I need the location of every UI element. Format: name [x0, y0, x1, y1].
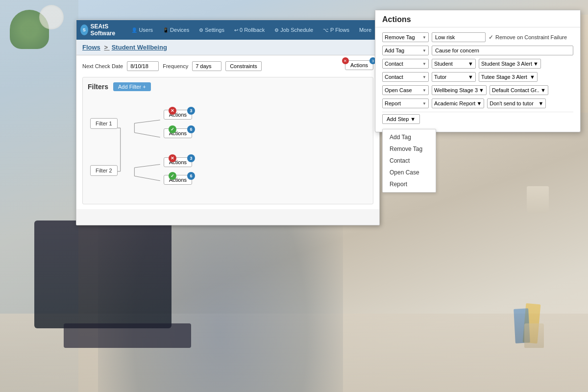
rollback-icon: ↩ [234, 27, 238, 33]
breadcrumb: Flows > Student Wellbeing [82, 44, 167, 51]
badge-blue-3-a1: 3 [187, 107, 195, 115]
action-select-6[interactable]: Report ▼ [382, 98, 429, 108]
nav-item-flows[interactable]: ⌥ P Flows [319, 25, 353, 35]
actions-panel-title: Actions [382, 15, 411, 24]
action-value-select-3a[interactable]: Student ▼ [432, 59, 476, 69]
badge-red-x-a3: ✕ [169, 154, 176, 162]
dropdown-arrow-6a: ▼ [476, 100, 482, 106]
action-value-5b-label: Default Contact Gr.. [492, 87, 539, 93]
dropdown-item-open-case[interactable]: Open Case [383, 167, 436, 178]
action-select-1[interactable]: Remove Tag ▼ [382, 32, 429, 42]
badge-red-x-a1: ✕ [169, 107, 176, 115]
action-value-select-4b[interactable]: Tutee Stage 3 Alert ▼ [479, 72, 538, 82]
nav-label-devices: Devices [170, 27, 189, 33]
frequency-input[interactable] [192, 61, 221, 71]
action-value-5a-label: Wellbeing Stage 3 [434, 87, 478, 93]
dropdown-arrow-6: ▼ [422, 101, 426, 106]
add-step-row: Add Step ▼ Add Tag Remove Tag Contact Op… [382, 112, 573, 124]
action-value-select-5a[interactable]: Wellbeing Stage 3 ▼ [432, 85, 487, 95]
flows-icon: ⌥ [323, 27, 329, 33]
action-value-select-6b[interactable]: Don't send to tutor ▼ [487, 98, 546, 108]
badge-green-check-a2: ✓ [169, 125, 176, 133]
dropdown-arrow-5: ▼ [422, 88, 426, 93]
action-select-4-label: Contact [385, 74, 403, 80]
action-select-3[interactable]: Contact ▼ [382, 59, 429, 69]
dropdown-arrow-3a: ▼ [468, 61, 473, 67]
add-filter-button[interactable]: Add Filter + [113, 82, 151, 91]
filter2-node: Filter 2 [90, 165, 118, 176]
dropdown-arrow-2: ▼ [422, 49, 426, 53]
checkbox-row-1: ✓ Remove on Constraint Failure [489, 34, 567, 41]
frequency-label: Frequency [163, 63, 188, 69]
constraints-button[interactable]: Constraints [225, 61, 262, 71]
nav-bar: S SEAtS Software 👤 Users 📱 Devices ⚙ Set… [76, 20, 379, 40]
badge-blue-6-a2: 6 [187, 125, 195, 133]
action-value-3a-label: Student [434, 61, 453, 67]
action-row-2: Add Tag ▼ [382, 46, 573, 55]
nav-item-rollback[interactable]: ↩ 0 Rollback [230, 25, 269, 35]
breadcrumb-bar: Flows > Student Wellbeing [76, 40, 379, 55]
flow-container: Filter 1 Filter 2 3 ✕ Actions 6 ✓ Act [88, 95, 368, 203]
dropdown-arrow-6b: ▼ [538, 100, 543, 106]
add-step-arrow: ▼ [410, 116, 416, 122]
next-check-input[interactable] [127, 61, 159, 71]
action-row-4: Contact ▼ Tutor ▼ Tutee Stage 3 Alert ▼ [382, 72, 573, 82]
flow-area: Filters Add Filter + [82, 77, 373, 204]
dropdown-arrow-3: ▼ [422, 62, 426, 66]
action-value-2[interactable] [432, 46, 573, 55]
dropdown-item-report[interactable]: Report [383, 178, 436, 190]
action-select-5-label: Open Case [385, 87, 412, 93]
action-select-2[interactable]: Add Tag ▼ [382, 46, 429, 55]
svg-line-1 [134, 133, 160, 138]
checkbox-check-1: ✓ [489, 34, 493, 41]
nav-item-more[interactable]: More [355, 25, 375, 35]
action-select-3-label: Contact [385, 61, 403, 67]
nav-item-users[interactable]: 👤 Users [127, 25, 157, 35]
action-value-select-6a[interactable]: Academic Report ▼ [432, 98, 484, 108]
nav-item-settings[interactable]: ⚙ Settings [195, 25, 228, 35]
filter1-node: Filter 1 [90, 118, 118, 129]
dropdown-arrow-5b: ▼ [540, 87, 546, 93]
action-select-1-label: Remove Tag [385, 34, 415, 40]
logo-icon: S [80, 24, 88, 35]
flow-connectors [88, 95, 368, 203]
filter2-label: Filter 2 [96, 168, 112, 173]
action-row-6: Report ▼ Academic Report ▼ Don't send to… [382, 98, 573, 108]
badge-x-top: ✕ [342, 57, 349, 64]
dropdown-item-contact[interactable]: Contact [383, 155, 436, 167]
next-check-label: Next Check Date [82, 63, 123, 69]
add-step-button[interactable]: Add Step ▼ [382, 114, 420, 124]
add-step-label: Add Step [387, 116, 409, 122]
action-value-select-4a[interactable]: Tutor ▼ [432, 72, 476, 82]
dropdown-arrow-4: ▼ [422, 75, 426, 79]
actions-group-4: 6 ✓ Actions [164, 175, 192, 185]
action-select-4[interactable]: Contact ▼ [382, 72, 429, 82]
dropdown-item-remove-tag[interactable]: Remove Tag [383, 143, 436, 155]
action-select-6-label: Report [385, 100, 401, 106]
breadcrumb-student-wellbeing[interactable]: Student Wellbeing [112, 44, 167, 51]
action-value-select-5b[interactable]: Default Contact Gr.. ▼ [490, 85, 548, 95]
devices-icon: 📱 [163, 27, 169, 33]
action-value-select-3b[interactable]: Student Stage 3 Alert ▼ [479, 59, 541, 69]
action-value-6a-label: Academic Report [434, 100, 475, 106]
nav-item-job-schedule[interactable]: ⚙ Job Schedule [270, 25, 317, 35]
action-row-1: Remove Tag ▼ ✓ Remove on Constraint Fail… [382, 32, 573, 42]
breadcrumb-flows[interactable]: Flows [82, 44, 100, 51]
dropdown-item-add-tag[interactable]: Add Tag [383, 131, 436, 143]
action-value-1[interactable] [432, 32, 486, 42]
actions-button-1[interactable]: Actions [345, 60, 373, 70]
svg-line-2 [134, 164, 160, 168]
controls-row: Next Check Date Frequency Constraints 3 … [82, 60, 373, 72]
dropdown-arrow-3b: ▼ [533, 61, 539, 67]
badge-blue-6-a4: 6 [187, 172, 195, 180]
actions-group-3: 3 ✕ Actions [164, 157, 192, 167]
action-select-5[interactable]: Open Case ▼ [382, 85, 429, 95]
nav-item-devices[interactable]: 📱 Devices [159, 25, 193, 35]
nav-label-flows: P Flows [330, 27, 349, 33]
action-value-4a-label: Tutor [434, 74, 446, 80]
dropdown-arrow-4a: ▼ [468, 74, 473, 80]
action-row-5: Open Case ▼ Wellbeing Stage 3 ▼ Default … [382, 85, 573, 95]
action-value-4b-label: Tutee Stage 3 Alert [481, 74, 527, 80]
nav-label-users: Users [139, 27, 153, 33]
users-icon: 👤 [131, 27, 137, 33]
